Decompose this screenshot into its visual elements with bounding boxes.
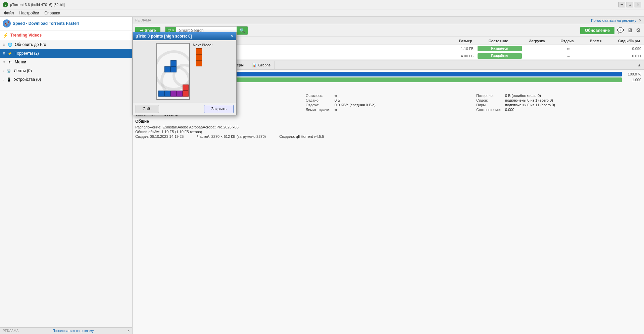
expand-icon-devices: ○ [3,78,4,81]
dialog-close-button[interactable]: × [231,34,234,39]
menu-file[interactable]: Файл [1,10,17,16]
ad-label: РЕКЛАМА [135,18,151,22]
ad-close-button[interactable]: × [639,18,641,23]
key-seeds: Сидов: [476,98,503,102]
torrents-label: Торренты (2) [15,51,39,56]
info-row: Лимит отдачи: ∞ [306,108,471,112]
dialog-buttons: Сайт Закрыть [133,103,236,115]
info-row: Потеряно: 0 Б (ошибок хеша: 0) [476,94,641,98]
menu-bar: Файл Настройки Справка [0,9,644,17]
made-with-key: Создано: [279,134,295,138]
header-time: Время [582,39,609,43]
status-bar-0: Раздаётся [478,46,522,51]
val-peers: подключены 0 из 11 (всего 0) [505,103,555,107]
sidebar-ad-label: РЕКЛАМА [3,329,18,333]
torrent-seeds-1: 0.011 [610,54,644,58]
dialog-close-btn[interactable]: Закрыть [204,105,234,113]
expand-icon-labels: ⊕ [3,60,5,64]
title-bar-left: µ µTorrent 3.6 (build 47016) [32-bit] [3,2,65,7]
volume-val: 1.10 ГБ (1.10 ГБ готово) [161,130,202,134]
ad-bar-right: Пожаловаться на рекламу × [591,18,641,23]
piece-blue-2 [170,66,177,72]
tab-graphs-label: Graphs [258,63,270,67]
toolbar-icons: 💬 🖥 ⚙ [616,26,641,34]
next-piece [193,48,206,68]
created-key: Создан: [135,134,149,138]
torrent-status-0: Раздаётся [476,45,523,52]
trending-text: Trending Videos [10,33,42,38]
title-bar: µ µTorrent 3.6 (build 47016) [32-bit] ─ … [0,0,644,9]
graphs-icon: 📊 [252,63,257,67]
trending-icon: ⚡ [3,33,8,38]
sidebar-trending[interactable]: ⚡ Trending Videos [0,31,132,40]
menu-settings[interactable]: Настройки [17,10,42,16]
made-with-val: qBittorrent v4.5.5 [296,134,324,138]
expand-icon-pro: ⊕ [3,43,5,46]
sidebar-item-torrents[interactable]: ⊞ ⚡ Торренты (2) [0,49,132,58]
info-row: Сидов: подключены 0 из 1 (всего 0) [476,98,641,102]
minimize-button[interactable]: ─ [618,2,625,7]
chat-icon-button[interactable]: 💬 [616,26,625,34]
promo-icon: 🚀 [3,19,11,27]
status-bar-1: Раздаётся [478,53,522,59]
torrent-ul-1: ∞ [553,54,584,58]
piece-red-1 [183,91,189,97]
val-lost: 0 Б (ошибок хеша: 0) [505,94,541,98]
search-button[interactable]: 🔍 [237,26,248,35]
ad-complaint-link[interactable]: Пожаловаться на рекламу [591,18,636,22]
title-bar-controls: ─ □ ✕ [618,2,641,7]
transfer-col-middle: Осталось: ∞ Отдано: 0 Б Отдача: 0.0 KB/с… [306,94,471,117]
close-button[interactable]: ✕ [635,2,641,7]
created-val: 06.10.2023 14:19:25 [150,134,184,138]
torrent-seeds-0: 0.090 [610,47,644,51]
general-made-with: Создано: qBittorrent v4.5.5 [279,134,324,138]
sidebar-item-feeds[interactable]: ○ 📡 Ленты (0) [0,66,132,75]
piece-purple-1 [170,91,177,97]
menu-help[interactable]: Справка [42,10,63,16]
header-ul: Отдача [552,39,582,43]
dialog-title-text: µTris: 0 points [high score: 0] [136,34,192,39]
dialog-title-bar: µTris: 0 points [high score: 0] × [133,32,236,40]
general-created: Создан: 06.10.2023 14:19:25 [135,134,184,138]
info-row: Отдано: 0 Б [306,98,471,102]
dialog-body: Next Piece: [133,40,236,103]
piece-red-2 [183,85,189,91]
site-button[interactable]: Сайт [136,105,159,113]
game-area: Next Piece: [134,42,235,101]
sidebar-item-labels[interactable]: ⊕ 🏷 Метки [0,58,132,66]
labels-label: Метки [15,60,26,64]
next-orange-2 [196,54,202,60]
sidebar-ad-link[interactable]: Пожаловаться на рекламу [52,329,94,333]
key-ratio: Соотношение: [476,108,503,112]
location-val: E:\Install\Adobe Acrobat\Acrobat.Pro.202… [162,125,239,129]
display-icon-button[interactable]: 🖥 [627,27,633,34]
next-piece-area: Next Piece: [193,43,212,100]
feeds-icon: 📡 [6,68,12,73]
torrent-ul-0: ∞ [553,47,584,51]
settings-icon-button[interactable]: ⚙ [635,26,641,34]
piece-blue-1 [170,60,177,66]
parts-key: Частей: [197,134,210,138]
info-row: Пиры: подключены 0 из 11 (всего 0) [476,103,641,107]
sidebar-ad-close[interactable]: × [128,329,130,333]
app-icon: µ [3,2,8,7]
utris-dialog[interactable]: µTris: 0 points [high score: 0] × [133,32,237,115]
pro-label: Обновить до Pro [15,42,46,47]
maximize-button[interactable]: □ [627,2,633,7]
sidebar-promo[interactable]: 🚀 Speed - Download Torrents Faster! [0,17,132,31]
parts-val: 2270 × 512 КB (загружено 2270) [211,134,266,138]
info-row: Соотношение: 0.000 [476,108,641,112]
tab-graphs[interactable]: 📊 Graphs [248,61,275,69]
general-title: Общие [135,119,641,124]
sidebar-item-pro[interactable]: ⊕ 🌐 Обновить до Pro [0,40,132,49]
sidebar-item-devices[interactable]: ○ 📱 Устройства (0) [0,75,132,84]
header-status: Состояние [475,39,522,43]
update-button[interactable]: Обновление [580,27,614,34]
detail-collapse-button[interactable]: ▲ [635,61,644,69]
loaded-value: 100.0 % [625,72,641,76]
val-seeds: подключены 0 из 1 (всего 0) [505,98,553,102]
val-ratio: 0.000 [505,108,514,112]
piece-blue-b1 [158,91,164,97]
transfer-col-right: Потеряно: 0 Б (ошибок хеша: 0) Сидов: по… [476,94,641,117]
torrent-size-0: 1.10 ГБ [446,47,476,51]
